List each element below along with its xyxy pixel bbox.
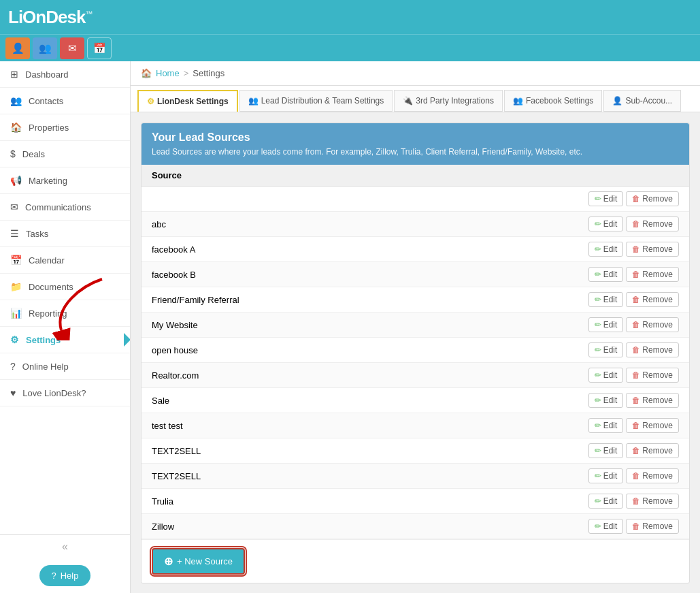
source-name: Trulia: [152, 496, 588, 507]
row-actions: ✏Edit 🗑Remove: [588, 267, 679, 282]
source-name: Sale: [152, 396, 588, 406]
trash-icon: 🗑: [632, 396, 640, 405]
properties-icon: 🏠: [10, 122, 22, 133]
remove-button[interactable]: 🗑Remove: [626, 242, 679, 257]
remove-button[interactable]: 🗑Remove: [626, 368, 679, 383]
tab-liondesk-settings[interactable]: ⚙ LionDesk Settings: [137, 90, 238, 112]
remove-button[interactable]: 🗑Remove: [626, 494, 679, 509]
source-row: Sale ✏Edit 🗑Remove: [141, 388, 689, 413]
edit-button[interactable]: ✏Edit: [588, 217, 624, 231]
person-quick-add-icon[interactable]: 👤: [5, 37, 30, 59]
edit-button[interactable]: ✏Edit: [588, 267, 624, 282]
sidebar-item-settings[interactable]: ⚙ Settings: [0, 327, 130, 353]
table-header: Source: [141, 165, 689, 187]
row-actions: ✏Edit 🗑Remove: [588, 368, 679, 383]
pencil-icon: ✏: [595, 320, 601, 330]
sidebar-item-deals[interactable]: $ Deals: [0, 141, 130, 167]
edit-button[interactable]: ✏Edit: [588, 393, 624, 408]
sidebar-item-reporting[interactable]: 📊 Reporting: [0, 300, 130, 327]
pencil-icon: ✏: [595, 219, 601, 229]
tab-third-party[interactable]: 🔌 3rd Party Integrations: [394, 90, 503, 112]
tab-sub-account[interactable]: 👤 Sub-Accou...: [603, 90, 681, 112]
edit-button[interactable]: ✏Edit: [588, 191, 624, 206]
row-actions: ✏Edit 🗑Remove: [588, 519, 679, 534]
source-row: Trulia ✏Edit 🗑Remove: [141, 489, 689, 514]
new-source-button[interactable]: ⊕ + New Source: [152, 548, 245, 575]
sidebar-collapse-button[interactable]: «: [62, 541, 68, 553]
pencil-icon: ✏: [595, 270, 601, 279]
edit-button[interactable]: ✏Edit: [588, 292, 624, 307]
remove-button[interactable]: 🗑Remove: [626, 468, 679, 483]
pencil-icon: ✏: [595, 345, 601, 355]
remove-button[interactable]: 🗑Remove: [626, 191, 679, 206]
help-button[interactable]: ? Help: [39, 565, 91, 586]
remove-button[interactable]: 🗑Remove: [626, 393, 679, 408]
row-actions: ✏Edit 🗑Remove: [588, 217, 679, 231]
sidebar-item-marketing[interactable]: 📢 Marketing: [0, 167, 130, 194]
breadcrumb: 🏠 Home > Settings: [131, 61, 700, 86]
remove-button[interactable]: 🗑Remove: [626, 519, 679, 534]
edit-button[interactable]: ✏Edit: [588, 494, 624, 509]
sidebar-item-documents[interactable]: 📁 Documents: [0, 274, 130, 300]
source-name: test test: [152, 421, 588, 431]
sidebar-item-love-liondesk[interactable]: ♥ Love LionDesk?: [0, 380, 130, 406]
edit-button[interactable]: ✏Edit: [588, 468, 624, 483]
remove-button[interactable]: 🗑Remove: [626, 317, 679, 332]
edit-button[interactable]: ✏Edit: [588, 342, 624, 357]
remove-button[interactable]: 🗑Remove: [626, 418, 679, 433]
settings-icon: ⚙: [10, 334, 19, 345]
remove-button[interactable]: 🗑Remove: [626, 292, 679, 307]
edit-button[interactable]: ✏Edit: [588, 443, 624, 458]
contacts-icon: 👥: [10, 95, 22, 106]
trash-icon: 🗑: [632, 295, 640, 304]
pencil-icon: ✏: [595, 370, 601, 380]
trash-icon: 🗑: [632, 345, 640, 355]
home-icon: 🏠: [141, 68, 152, 78]
remove-button[interactable]: 🗑Remove: [626, 443, 679, 458]
home-link[interactable]: Home: [156, 68, 180, 78]
tab-facebook[interactable]: 👥 Facebook Settings: [504, 90, 602, 112]
source-row: test test ✏Edit 🗑Remove: [141, 413, 689, 438]
source-row: Zillow ✏Edit 🗑Remove: [141, 514, 689, 539]
sidebar-item-tasks[interactable]: ☰ Tasks: [0, 221, 130, 247]
source-name: facebook B: [152, 270, 588, 280]
edit-button[interactable]: ✏Edit: [588, 317, 624, 332]
edit-button[interactable]: ✏Edit: [588, 519, 624, 534]
edit-button[interactable]: ✏Edit: [588, 368, 624, 383]
pencil-icon: ✏: [595, 396, 601, 405]
pencil-icon: ✏: [595, 244, 601, 254]
source-name: open house: [152, 345, 588, 355]
mail-quick-add-icon[interactable]: ✉: [60, 37, 84, 59]
row-actions: ✏Edit 🗑Remove: [588, 292, 679, 307]
breadcrumb-current: Settings: [193, 68, 224, 78]
panel-title: Your Lead Sources: [152, 131, 679, 144]
panel-description: Lead Sources are where your leads come f…: [152, 147, 679, 157]
heart-icon: ♥: [10, 387, 16, 398]
source-name: Friend/Family Referral: [152, 295, 588, 305]
sidebar-item-dashboard[interactable]: ⊞ Dashboard: [0, 61, 130, 88]
help-icon: ?: [10, 361, 16, 372]
source-row: My Website ✏Edit 🗑Remove: [141, 312, 689, 338]
trash-icon: 🗑: [632, 496, 640, 506]
trash-icon: 🗑: [632, 522, 640, 531]
remove-button[interactable]: 🗑Remove: [626, 342, 679, 357]
source-row: Friend/Family Referral ✏Edit 🗑Remove: [141, 287, 689, 312]
sidebar-item-communications[interactable]: ✉ Communications: [0, 194, 130, 221]
source-row: Realtor.com ✏Edit 🗑Remove: [141, 363, 689, 388]
remove-button[interactable]: 🗑Remove: [626, 267, 679, 282]
calendar-quick-add-icon[interactable]: 📅: [87, 37, 112, 59]
trash-icon: 🗑: [632, 270, 640, 279]
row-actions: ✏Edit 🗑Remove: [588, 443, 679, 458]
pencil-icon: ✏: [595, 194, 601, 204]
sidebar-item-online-help[interactable]: ? Online Help: [0, 353, 130, 380]
edit-button[interactable]: ✏Edit: [588, 242, 624, 257]
team-tab-icon: 👥: [248, 96, 259, 106]
remove-button[interactable]: 🗑Remove: [626, 217, 679, 231]
tab-lead-distribution[interactable]: 👥 Lead Distribution & Team Settings: [239, 90, 393, 112]
group-quick-add-icon[interactable]: 👥: [33, 37, 57, 59]
sidebar-item-contacts[interactable]: 👥 Contacts: [0, 88, 130, 114]
row-actions: ✏Edit 🗑Remove: [588, 393, 679, 408]
sidebar-item-properties[interactable]: 🏠 Properties: [0, 114, 130, 141]
edit-button[interactable]: ✏Edit: [588, 418, 624, 433]
sidebar-item-calendar[interactable]: 📅 Calendar: [0, 247, 130, 274]
